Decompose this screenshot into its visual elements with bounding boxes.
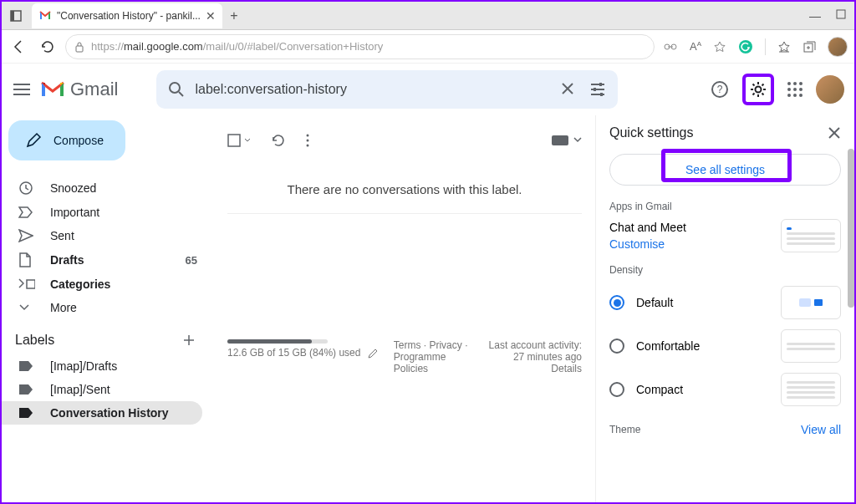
account-avatar[interactable] [816,75,844,104]
sidebar-item-categories[interactable]: Categories [2,272,214,296]
favorite-icon[interactable] [713,40,726,53]
refresh-icon[interactable] [271,133,286,148]
label-imap-drafts[interactable]: [Imap]/Drafts [2,354,214,378]
activity-label: Last account activity: [489,339,582,351]
search-options-icon[interactable] [589,82,606,97]
browser-титлebar: "Conversation History" - pankil... ✕ + — [2,2,854,30]
edit-storage-icon[interactable] [367,348,379,359]
favorites-list-icon[interactable] [777,40,791,53]
chat-meet-label: Chat and Meet [609,221,686,234]
link-icon[interactable] [663,41,678,53]
customise-link[interactable]: Customise [609,237,686,251]
profile-avatar[interactable] [828,37,848,57]
address-bar: https://mail.google.com/mail/u/0/#label/… [2,30,854,64]
settings-title-row: Quick settings [609,125,841,140]
label-imap-sent[interactable]: [Imap]/Sent [2,378,214,401]
maximize-icon[interactable] [836,9,846,23]
clear-search-icon[interactable] [561,82,574,95]
radio-icon[interactable] [609,295,624,310]
svg-line-13 [179,92,183,96]
gmail-logo[interactable]: Gmail [40,79,118,100]
support-icon[interactable]: ? [711,80,729,99]
policies-link[interactable]: Programme Policies [394,351,446,374]
url-box[interactable]: https://mail.google.com/mail/u/0/#label/… [65,34,655,59]
density-default[interactable]: Default [609,286,841,319]
compose-button[interactable]: Compose [8,120,125,160]
svg-point-32 [307,145,309,147]
more-icon[interactable] [306,133,309,148]
collections-icon[interactable] [802,40,816,53]
density-label: Compact [636,383,683,396]
svg-text:?: ? [717,84,723,95]
svg-rect-26 [27,280,35,288]
minimize-icon[interactable]: — [809,9,821,23]
close-settings-icon[interactable] [828,126,841,140]
density-comfortable[interactable]: Comfortable [609,329,841,363]
sidebar-label: Important [50,206,99,219]
apps-section-header: Apps in Gmail [609,201,841,212]
select-all-checkbox[interactable] [227,134,251,147]
text-size-icon[interactable]: AA [690,40,701,53]
svg-rect-33 [552,135,568,145]
theme-header: Theme [609,424,640,435]
density-header: Density [609,264,841,276]
back-button[interactable] [8,37,28,57]
density-compact[interactable]: Compact [609,373,841,406]
sidebar-item-important[interactable]: Important [2,201,214,224]
sidebar-label: Sent [50,229,74,242]
search-input[interactable] [195,82,551,97]
tab-bar: "Conversation History" - pankil... ✕ + [2,2,246,29]
privacy-link[interactable]: Privacy [429,339,461,351]
label-icon [18,360,35,372]
mail-panel: There are no conversations with this lab… [214,115,595,504]
settings-title: Quick settings [609,125,693,140]
sidebar-label: Drafts [50,253,84,267]
radio-icon[interactable] [609,382,624,397]
gear-icon[interactable] [749,80,767,99]
chevron-down-icon [18,303,35,312]
sidebar-item-sent[interactable]: Sent [2,224,214,247]
sidebar-item-drafts[interactable]: Drafts 65 [2,247,214,272]
tabs-overview-icon[interactable] [2,2,30,30]
svg-point-31 [307,140,309,142]
theme-section: Theme View all [609,423,841,436]
main-menu-button[interactable] [12,79,32,99]
new-tab-button[interactable]: + [222,4,246,28]
chevron-right-icon [18,278,35,290]
draft-icon [18,252,35,267]
divider [765,38,766,55]
sidebar-item-more[interactable]: More [2,296,214,319]
input-tools-icon[interactable] [552,135,568,145]
important-icon [18,206,35,218]
grammarly-icon[interactable] [738,39,753,54]
apps-icon[interactable] [787,82,802,97]
chat-meet-row: Chat and Meet Customise [609,219,841,252]
quick-settings-panel: Quick settings See all settings Apps in … [595,115,854,504]
sidebar: Compose Snoozed Important Sent Drafts 65… [2,115,214,504]
svg-rect-29 [228,135,240,146]
svg-rect-1 [11,11,14,21]
browser-tab[interactable]: "Conversation History" - pankil... ✕ [32,3,222,28]
details-link[interactable]: Details [489,363,582,374]
chevron-down-icon[interactable] [573,137,582,144]
search-box[interactable] [156,70,618,109]
mail-footer: 12.6 GB of 15 GB (84%) used Terms · Priv… [227,339,582,374]
view-all-themes-link[interactable]: View all [801,423,841,436]
svg-rect-2 [837,10,845,18]
scrollbar[interactable] [848,149,854,308]
svg-point-24 [756,86,762,92]
url-text: https://mail.google.com/mail/u/0/#label/… [91,40,383,53]
refresh-button[interactable] [37,37,57,57]
add-label-icon[interactable] [182,333,196,347]
activity-info: Last account activity: 27 minutes ago De… [489,339,582,374]
label-conversation-history[interactable]: Conversation History [2,401,202,425]
gmail-logo-icon [40,79,65,99]
compose-label: Compose [54,134,104,147]
gmail-favicon-icon [38,9,52,23]
terms-link[interactable]: Terms [394,339,421,351]
sidebar-item-snoozed[interactable]: Snoozed [2,176,214,201]
content-area: There are no conversations with this lab… [214,115,854,504]
radio-icon[interactable] [609,339,624,354]
close-tab-icon[interactable]: ✕ [206,9,216,23]
search-icon[interactable] [168,81,185,98]
